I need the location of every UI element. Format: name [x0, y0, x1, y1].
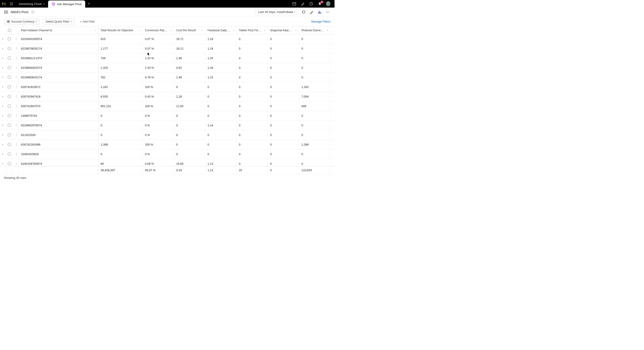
col-channel-id[interactable]: Paid Initiative Channel Id▾ [19, 26, 98, 34]
table-row[interactable]: ▸⋮62266612113747391.33 %1.461.33000 [0, 53, 334, 63]
row-checkbox[interactable] [6, 82, 12, 92]
row-checkbox[interactable] [6, 121, 12, 130]
expand-row-icon[interactable]: ▸ [0, 140, 6, 149]
row-checkbox[interactable] [6, 149, 12, 159]
row-menu-icon[interactable]: ⋮ [12, 101, 19, 111]
table-row[interactable]: ▸⋮61526431659746150.07 %16.711.16000 [0, 34, 334, 44]
table-row[interactable]: ▸⋮62266644033741,3202.33 %0.921.34000 [0, 63, 334, 73]
row-menu-icon[interactable]: ⋮ [12, 63, 19, 72]
add-filter-button[interactable]: + Add Filter [78, 18, 97, 24]
cell-tw: 0 [236, 34, 268, 43]
help-icon[interactable]: ? [309, 1, 314, 6]
table-row[interactable]: ▸⋮6267418108721,162100 %00001,162 [0, 82, 334, 92]
cell-total: 0 [98, 149, 143, 159]
row-checkbox[interactable] [6, 63, 12, 72]
user-avatar[interactable] [326, 1, 330, 6]
expand-row-icon[interactable]: ▸ [0, 53, 6, 63]
expand-row-icon[interactable]: ▸ [0, 111, 6, 120]
row-menu-icon[interactable]: ⋮ [12, 111, 19, 120]
refresh-icon[interactable] [301, 9, 306, 15]
table-row[interactable]: ▸⋮626742947570851,151100 %11.83000849 [0, 101, 334, 111]
page-subheader: Nikhil's Pivot Last 30 Days, Asia/Kolkat… [0, 7, 334, 16]
col-cost-per-result[interactable]: Cost Per Result▾ [174, 26, 205, 34]
app-topbar: Advertising Cloud ▾ Ads Manager Pivot + … [0, 0, 334, 7]
row-checkbox[interactable] [6, 130, 12, 140]
table-row[interactable]: ▸⋮6267422816961,388100 %00001,388 [0, 140, 334, 149]
expand-row-icon[interactable]: ▸ [0, 159, 6, 166]
col-facebook-daily[interactable]: Facebook Daily …▾ [205, 26, 236, 34]
row-checkbox[interactable] [6, 92, 12, 101]
row-menu-icon[interactable]: ⋮ [12, 34, 19, 43]
table-body[interactable]: ▸⋮61526431659746150.07 %16.711.16000▸⋮62… [0, 34, 334, 166]
row-checkbox[interactable] [6, 53, 12, 63]
tab-advertising-cloud[interactable]: Advertising Cloud ▾ [15, 0, 48, 7]
table-row[interactable]: ▸⋮61192202600 %00000 [0, 130, 334, 140]
table-row[interactable]: ▸⋮6240156793974800.06 %15.651.13000 [0, 159, 334, 166]
row-menu-icon[interactable]: ⋮ [12, 73, 19, 82]
menu-toggle-icon[interactable] [4, 10, 8, 14]
row-checkbox[interactable] [6, 73, 12, 82]
expand-row-icon[interactable]: ▸ [0, 82, 6, 92]
expand-row-icon[interactable]: ▸ [0, 92, 6, 101]
edit-pencil-icon[interactable] [309, 9, 314, 15]
table-row[interactable]: ▸⋮1049332092500 %00000 [0, 149, 334, 159]
row-checkbox[interactable] [6, 159, 12, 166]
apps-launcher-icon[interactable] [8, 2, 15, 5]
notifications-icon[interactable]: 2 [318, 1, 322, 6]
new-tab-button[interactable]: + [85, 1, 93, 6]
row-menu-icon[interactable]: ⋮ [12, 149, 19, 159]
cell-tw: 0 [236, 130, 268, 140]
expand-row-icon[interactable]: ▸ [0, 44, 6, 53]
expand-row-icon[interactable]: ▸ [0, 121, 6, 130]
col-conversion-rate[interactable]: Conversion Rat…▾ [143, 26, 174, 34]
edit-icon[interactable] [300, 1, 305, 6]
table-row[interactable]: ▸⋮62288796301741,1770.07 %18.111.18000 [0, 44, 334, 53]
row-checkbox[interactable] [6, 101, 12, 111]
expand-row-icon[interactable]: ▸ [0, 73, 6, 82]
cell-channel-id: 611922026 [19, 130, 98, 140]
row-menu-icon[interactable]: ⋮ [12, 121, 19, 130]
cell-sc: 0 [268, 159, 299, 166]
manage-filters-link[interactable]: Manage Filters [311, 20, 330, 23]
expand-row-icon[interactable]: ▸ [0, 149, 6, 159]
table-row[interactable]: ▸⋮622869297657400 %01.14000 [0, 121, 334, 130]
svg-rect-21 [319, 11, 320, 14]
select-all-checkbox[interactable] [6, 26, 12, 34]
table-row[interactable]: ▸⋮6267429474188,5350.43 %1.280007,004 [0, 92, 334, 101]
cell-sc: 0 [268, 82, 299, 92]
more-menu-icon[interactable] [325, 9, 330, 15]
expand-row-icon[interactable]: ▸ [0, 63, 6, 72]
col-label: Paid Initiative Channel Id [21, 29, 52, 32]
row-menu-icon[interactable]: ⋮ [12, 92, 19, 101]
col-pinterest[interactable]: Pinterest Earne…▾ [299, 26, 330, 34]
row-menu-icon[interactable]: ⋮ [12, 159, 19, 166]
row-menu-icon[interactable]: ⋮ [12, 130, 19, 140]
sort-icon: ▾ [296, 29, 297, 31]
tab-ads-manager-pivot[interactable]: Ads Manager Pivot [48, 0, 85, 7]
row-menu-icon[interactable]: ⋮ [12, 140, 19, 149]
row-checkbox[interactable] [6, 34, 12, 43]
row-checkbox[interactable] [6, 44, 12, 53]
row-checkbox[interactable] [6, 111, 12, 120]
calendar-icon[interactable] [292, 1, 296, 6]
expand-row-icon[interactable]: ▸ [0, 130, 6, 140]
expand-row-icon[interactable]: ▸ [0, 101, 6, 111]
table-row[interactable]: ▸⋮148807574300 %00000 [0, 111, 334, 121]
col-twitter-post[interactable]: Twitter Post Fol…▾ [236, 26, 268, 34]
cell-fb: 1.23 [205, 73, 236, 82]
row-menu-icon[interactable]: ⋮ [12, 44, 19, 53]
col-snapchat[interactable]: Snapchat Attac…▾ [268, 26, 299, 34]
table-row[interactable]: ▸⋮62266609331747620.78 %1.461.23000 [0, 73, 334, 82]
daterange-picker[interactable]: Last 30 Days, Asia/Kolkata ▾ [255, 9, 298, 15]
col-total-results[interactable]: Total Results for Objective▾ [98, 26, 143, 34]
row-menu-icon[interactable]: ⋮ [12, 53, 19, 63]
expand-row-icon[interactable]: ▸ [0, 34, 6, 43]
account-currency-filter[interactable]: i Account Currency ▾ [4, 18, 40, 25]
favorite-star-icon[interactable] [31, 10, 35, 14]
row-checkbox[interactable] [6, 140, 12, 149]
row-menu-icon[interactable]: ⋮ [12, 82, 19, 92]
quick-filter-select[interactable]: Select Quick Filter ▾ [43, 18, 74, 25]
cell-channel-id: 6226660933174 [19, 73, 98, 82]
chart-icon[interactable] [317, 9, 322, 15]
brand-logo[interactable] [0, 0, 8, 7]
